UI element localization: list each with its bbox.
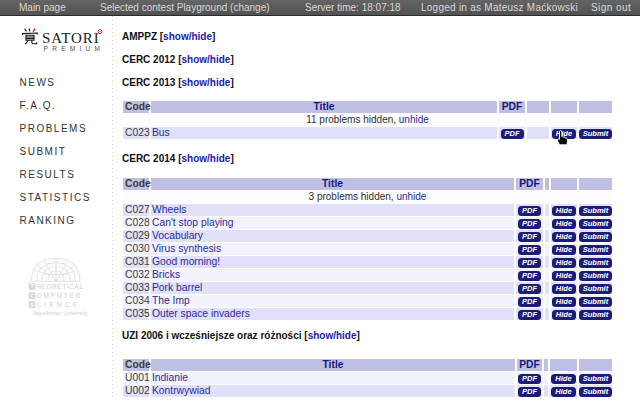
svg-text:T: T <box>30 283 34 289</box>
svg-text:HEORETICAL: HEORETICAL <box>36 283 83 290</box>
svg-text:OMPUTER: OMPUTER <box>37 292 83 299</box>
svg-text:CIENCE: CIENCE <box>37 301 81 308</box>
svg-text:Jagiellonian University: Jagiellonian University <box>32 310 88 316</box>
svg-text:S: S <box>30 302 34 308</box>
